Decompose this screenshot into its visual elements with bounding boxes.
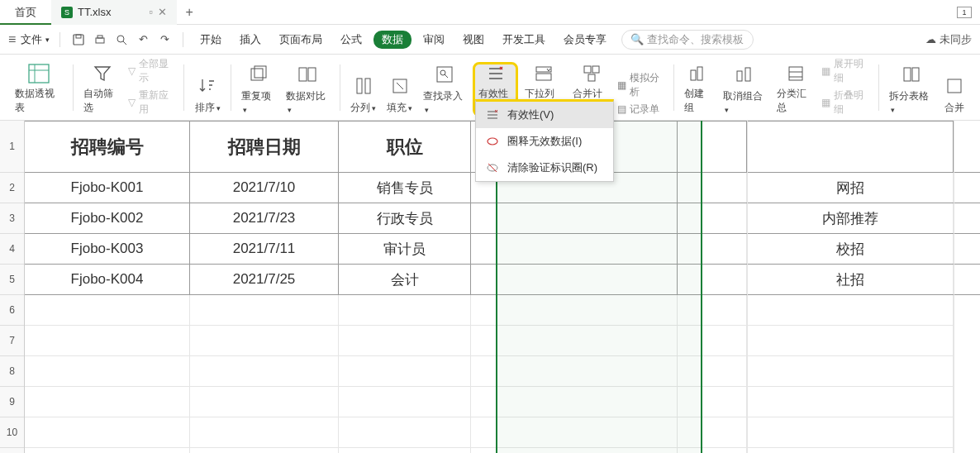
dedup-button[interactable]: 重复项▾ (238, 62, 278, 117)
cell[interactable]: 行政专员 (339, 203, 471, 233)
row-header[interactable]: 9 (0, 387, 24, 417)
row-header[interactable]: 11 (0, 448, 24, 453)
row-header[interactable]: 3 (0, 203, 24, 234)
tab-popout-icon[interactable]: ▫ (149, 6, 153, 18)
cell[interactable] (678, 173, 747, 203)
file-menu[interactable]: 文件▾ (21, 32, 50, 47)
tab-start[interactable]: 开始 (193, 32, 228, 47)
tab-controls[interactable]: ▫ ✕ (149, 6, 167, 18)
tab-pagelayout[interactable]: 页面布局 (273, 32, 329, 47)
simulate-button[interactable]: ▦模拟分析 (617, 71, 667, 99)
autofilter-button[interactable]: 自动筛选 (80, 62, 125, 117)
svg-rect-0 (74, 35, 83, 45)
group-icon (687, 64, 710, 83)
row-header[interactable]: 1 (0, 121, 24, 173)
row-header[interactable]: 2 (0, 173, 24, 203)
row-header[interactable]: 4 (0, 234, 24, 265)
new-tab-button[interactable]: + (177, 0, 202, 25)
cell[interactable] (747, 121, 954, 172)
svg-rect-10 (255, 66, 266, 78)
row-header[interactable]: 8 (0, 356, 24, 387)
menu-circle-invalid[interactable]: 圈释无效数据(I) (476, 128, 613, 155)
pivot-table-button[interactable]: 数据透视表 (12, 62, 66, 117)
cell[interactable]: Fjobo-K003 (25, 234, 190, 264)
subtotal-button[interactable]: 分类汇总 (773, 62, 818, 117)
row-header[interactable]: 5 (0, 265, 24, 295)
cell[interactable]: 校招 (747, 234, 954, 264)
cell[interactable] (678, 203, 747, 233)
window-index[interactable]: 1 (957, 7, 972, 18)
sort-button[interactable]: 排序▾ (191, 62, 224, 117)
cell[interactable]: Fjobo-K002 (25, 203, 190, 233)
row-header[interactable]: 6 (0, 295, 24, 326)
lookup-button[interactable]: 查找录入▾ (420, 62, 469, 117)
splittable-button[interactable]: 拆分表格▾ (886, 62, 936, 117)
fill-button[interactable]: 填充▾ (383, 62, 416, 117)
tab-insert[interactable]: 插入 (233, 32, 268, 47)
splitcol-button[interactable]: 分列▾ (347, 62, 380, 117)
header-cell[interactable]: 招聘日期 (190, 121, 339, 172)
cell[interactable]: 2021/7/11 (190, 234, 339, 264)
sort-icon (196, 74, 219, 98)
tab-view[interactable]: 视图 (456, 32, 491, 47)
menu-clear-circles[interactable]: 清除验证标识圈(R) (476, 155, 613, 181)
cell[interactable]: 网招 (747, 173, 954, 203)
svg-rect-3 (98, 36, 102, 38)
showall-icon: ▽ (128, 65, 136, 77)
svg-rect-22 (592, 66, 599, 73)
tab-devtools[interactable]: 开发工具 (496, 32, 552, 47)
hamburger-icon[interactable]: ≡ (8, 32, 16, 47)
compare-button[interactable]: 数据对比▾ (283, 62, 333, 117)
redo-icon[interactable]: ↷ (156, 31, 173, 48)
header-cell[interactable]: 招聘编号 (25, 121, 190, 172)
cell[interactable]: Fjobo-K004 (25, 265, 190, 294)
tab-data[interactable]: 数据 (373, 31, 412, 49)
svg-point-4 (117, 36, 124, 42)
svg-rect-2 (96, 38, 104, 43)
cell[interactable] (678, 265, 747, 294)
header-cell[interactable]: 职位 (339, 121, 471, 172)
consolidate-icon (580, 64, 603, 83)
menubar: ≡ 文件▾ ↶ ↷ 开始 插入 页面布局 公式 数据 审阅 视图 开发工具 会员… (0, 25, 980, 55)
search-input[interactable]: 🔍 查找命令、搜索模板 (621, 30, 754, 50)
sync-status[interactable]: 未同步 (940, 32, 972, 47)
cell[interactable] (471, 234, 678, 264)
svg-rect-25 (697, 67, 702, 80)
cell[interactable] (678, 234, 747, 264)
lookup-icon (433, 64, 456, 86)
svg-rect-11 (299, 68, 307, 81)
record-button[interactable]: ▤记录单 (617, 103, 667, 117)
cell[interactable]: 内部推荐 (747, 203, 954, 233)
preview-icon[interactable] (113, 31, 130, 48)
svg-rect-21 (584, 66, 591, 73)
cell[interactable]: 会计 (339, 265, 471, 294)
tab-review[interactable]: 审阅 (416, 32, 451, 47)
merge-button[interactable]: 合并 (940, 62, 968, 117)
cell[interactable]: 2021/7/10 (190, 173, 339, 203)
cell[interactable] (471, 265, 678, 294)
split-icon (352, 74, 375, 98)
row-header[interactable]: 7 (0, 326, 24, 356)
tab-vip[interactable]: 会员专享 (557, 32, 613, 47)
group-button[interactable]: 创建组 (681, 62, 716, 117)
save-icon[interactable] (70, 31, 87, 48)
cell[interactable]: 2021/7/25 (190, 265, 339, 294)
cell[interactable] (678, 121, 747, 172)
undo-icon[interactable]: ↶ (135, 31, 151, 48)
cell[interactable]: Fjobo-K001 (25, 173, 190, 203)
validity-menu-icon (486, 108, 499, 122)
home-tab[interactable]: 首页 (0, 0, 51, 25)
cell[interactable]: 销售专员 (339, 173, 471, 203)
menu-validity[interactable]: 有效性(V) (476, 102, 613, 128)
print-icon[interactable] (92, 31, 108, 48)
cell[interactable]: 审计员 (339, 234, 471, 264)
cell[interactable] (471, 203, 678, 233)
cell[interactable]: 社招 (747, 265, 954, 294)
ungroup-button[interactable]: 取消组合▾ (720, 62, 770, 117)
row-header[interactable]: 10 (0, 417, 24, 448)
cloud-sync-icon[interactable]: ☁ (925, 33, 936, 45)
document-tab[interactable]: S TT.xlsx ▫ ✕ (51, 0, 177, 25)
tab-close-icon[interactable]: ✕ (158, 6, 167, 18)
cell[interactable]: 2021/7/23 (190, 203, 339, 233)
tab-formula[interactable]: 公式 (334, 32, 369, 47)
